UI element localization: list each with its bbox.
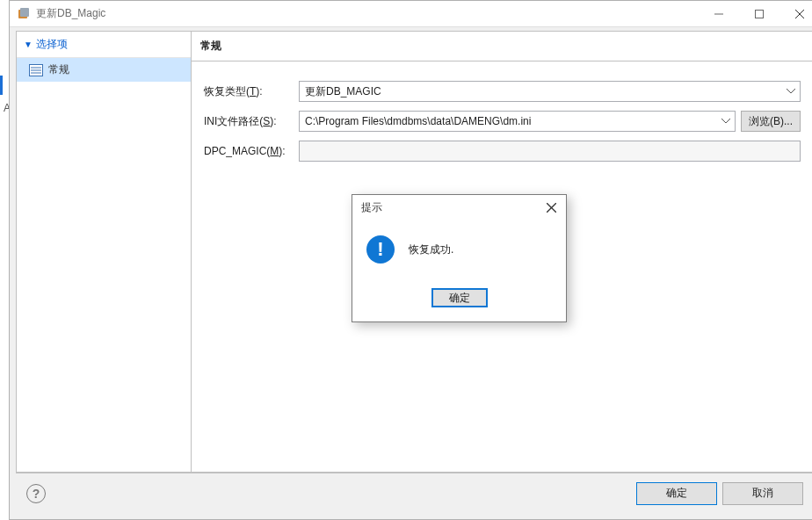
app-icon — [17, 7, 31, 21]
close-button[interactable] — [779, 1, 812, 26]
svg-rect-3 — [756, 10, 764, 18]
main-window: 更新DB_Magic ▼ 选择项 — [9, 0, 812, 520]
browse-button[interactable]: 浏览(B)... — [741, 111, 801, 132]
panel-title: 常规 — [192, 32, 812, 61]
dialog-title: 提示 — [361, 200, 536, 215]
recover-type-label: 恢复类型(T): — [204, 84, 299, 99]
footer: ? 确定 取消 — [16, 473, 812, 513]
minimize-button[interactable] — [699, 1, 739, 26]
dialog-titlebar: 提示 — [352, 195, 566, 220]
sidebar-section-header[interactable]: ▼ 选择项 — [17, 32, 191, 58]
sidebar: ▼ 选择项 常规 — [17, 32, 192, 472]
recover-type-combo[interactable]: 更新DB_MAGIC — [299, 81, 801, 102]
ini-path-label: INI文件路径(S): — [204, 114, 299, 129]
help-icon[interactable]: ? — [26, 484, 46, 503]
titlebar: 更新DB_Magic — [10, 1, 812, 27]
sidebar-item-general[interactable]: 常规 — [17, 58, 191, 82]
dialog-close-button[interactable] — [536, 195, 566, 220]
cancel-button[interactable]: 取消 — [722, 482, 803, 505]
dialog-ok-button[interactable]: 确定 — [431, 288, 488, 307]
maximize-button[interactable] — [739, 1, 779, 26]
dpc-magic-label: DPC_MAGIC(M): — [204, 145, 299, 157]
form-icon — [29, 64, 43, 76]
sidebar-item-label: 常规 — [48, 62, 69, 77]
ini-path-combo[interactable]: C:\Program Files\dmdbms\data\DAMENG\dm.i… — [299, 111, 736, 132]
info-icon: ! — [366, 235, 395, 264]
window-title: 更新DB_Magic — [36, 6, 699, 21]
message-dialog: 提示 ! 恢复成功. 确定 — [352, 194, 567, 322]
dialog-message: 恢复成功. — [409, 242, 453, 257]
ok-button[interactable]: 确定 — [636, 482, 717, 505]
dpc-magic-input[interactable] — [299, 141, 801, 162]
sidebar-section-title: 选择项 — [36, 37, 68, 52]
collapse-arrow-icon: ▼ — [24, 40, 33, 49]
svg-rect-1 — [20, 8, 29, 17]
